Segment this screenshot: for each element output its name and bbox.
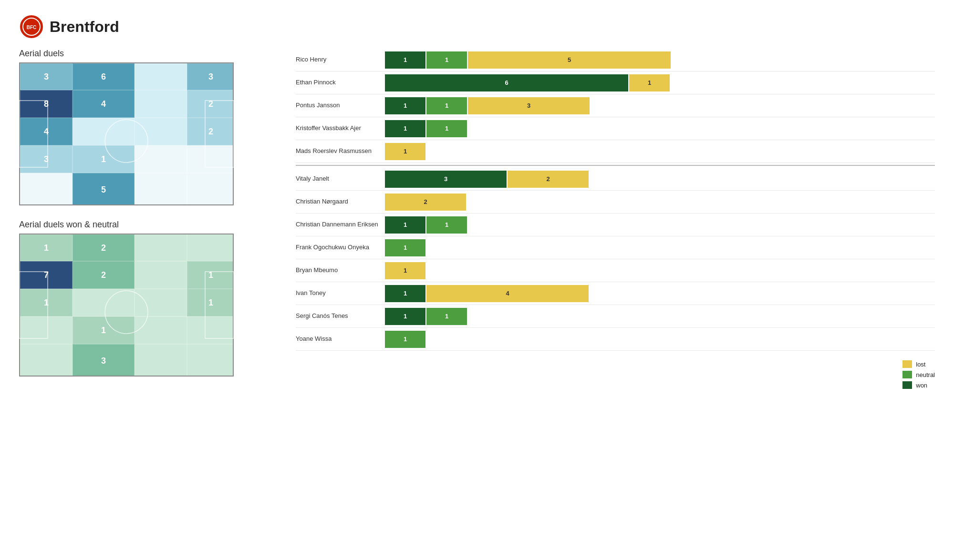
pitch1-cell: 4	[20, 118, 73, 145]
bar-container: 1	[385, 143, 425, 160]
player-row: Christian Dannemann Eriksen11	[296, 214, 935, 236]
player-name: Yoane Wissa	[296, 335, 379, 343]
bar-won-segment: 1	[385, 285, 425, 302]
chart-divider	[296, 165, 935, 166]
legend: lost neutral won	[902, 351, 935, 389]
legend-lost-icon	[902, 360, 912, 368]
aerial-won-section: Aerial duels won & neutral 127211113	[19, 220, 277, 377]
player-name: Christian Nørgaard	[296, 198, 379, 206]
pitch2-cell	[73, 289, 135, 316]
player-row: Christian Nørgaard2	[296, 191, 935, 214]
pitch1-cell	[135, 173, 187, 205]
pitch2-cell: 2	[73, 234, 135, 261]
pitch2-cell: 1	[73, 316, 135, 344]
pitch2-cell: 3	[73, 344, 135, 377]
bar-container: 14	[385, 285, 589, 302]
player-name: Mads Roerslev Rasmussen	[296, 147, 379, 155]
bar-neutral-segment: 1	[426, 120, 467, 137]
legend-won-label: won	[916, 382, 927, 389]
pitch1-grid: 36384242315	[19, 62, 234, 205]
player-row: Mads Roerslev Rasmussen1	[296, 140, 935, 163]
legend-lost-label: lost	[916, 361, 925, 368]
pitch2-cell: 1	[20, 289, 73, 316]
club-logo-icon: BFC	[19, 14, 44, 39]
pitch2-cell	[187, 316, 234, 344]
legend-won: won	[902, 381, 935, 389]
pitch1-cell: 6	[73, 63, 135, 90]
bar-won-segment: 1	[385, 120, 425, 137]
main-content: Aerial duels 36384242315	[19, 49, 935, 389]
bar-lost-segment: 1	[629, 74, 670, 92]
player-row: Yoane Wissa1	[296, 328, 935, 351]
pitch2-cell	[135, 234, 187, 261]
bar-container: 32	[385, 171, 589, 188]
pitch2-cell	[187, 344, 234, 377]
bar-lost-segment: 1	[385, 262, 425, 279]
bar-container: 61	[385, 74, 670, 92]
bar-container: 2	[385, 193, 466, 211]
pitch2-cell	[135, 289, 187, 316]
pitch1-cell	[135, 90, 187, 118]
player-row: Frank Ogochukwu Onyeka1	[296, 236, 935, 259]
pitch1-cell: 1	[73, 145, 135, 173]
bar-neutral-segment: 1	[385, 239, 425, 256]
player-name: Pontus Jansson	[296, 102, 379, 110]
club-name: Brentford	[50, 18, 119, 36]
player-name: Sergi Canós Tenes	[296, 312, 379, 320]
player-row: Sergi Canós Tenes11	[296, 305, 935, 328]
bar-lost-segment: 2	[508, 171, 589, 188]
bar-neutral-segment: 1	[426, 308, 467, 325]
svg-text:BFC: BFC	[27, 25, 37, 30]
bar-neutral-segment: 1	[426, 216, 467, 234]
bar-lost-segment: 4	[426, 285, 589, 302]
pitch2-cell	[135, 261, 187, 289]
pitch1-cell: 2	[187, 118, 234, 145]
aerial-duels-section: Aerial duels 36384242315	[19, 49, 277, 205]
player-row: Ethan Pinnock61	[296, 71, 935, 94]
legend-neutral-icon	[902, 371, 912, 378]
pitch1-cell	[135, 63, 187, 90]
bar-neutral-segment: 1	[426, 51, 467, 69]
pitch2-cell: 1	[20, 234, 73, 261]
pitch1-cell	[187, 173, 234, 205]
aerial-duels-title: Aerial duels	[19, 49, 277, 59]
player-name: Ivan Toney	[296, 289, 379, 297]
pitch2-cell: 7	[20, 261, 73, 289]
pitch1-cell	[135, 118, 187, 145]
bar-container: 113	[385, 97, 590, 114]
player-row: Vitaly Janelt32	[296, 168, 935, 191]
pitch1-cell: 4	[73, 90, 135, 118]
pitch2-cell	[187, 234, 234, 261]
pitch1-cell: 3	[20, 63, 73, 90]
pitch2-wrapper: 127211113	[19, 234, 234, 377]
bar-won-segment: 1	[385, 216, 425, 234]
bar-container: 1	[385, 331, 425, 348]
player-name: Frank Ogochukwu Onyeka	[296, 244, 379, 252]
pitch1-cell: 3	[187, 63, 234, 90]
pitch1-cell: 5	[73, 173, 135, 205]
header: BFC Brentford	[19, 14, 935, 39]
pitch1-cell: 2	[187, 90, 234, 118]
pitch2-cell: 1	[187, 289, 234, 316]
legend-lost: lost	[902, 360, 935, 368]
player-row: Rico Henry115	[296, 49, 935, 71]
bar-lost-segment: 1	[385, 143, 425, 160]
bar-container: 11	[385, 308, 467, 325]
bar-lost-segment: 2	[385, 193, 466, 211]
bar-lost-segment: 5	[468, 51, 671, 69]
bar-container: 11	[385, 216, 467, 234]
player-name: Vitaly Janelt	[296, 175, 379, 183]
legend-won-icon	[902, 381, 912, 389]
players-chart: Rico Henry115Ethan Pinnock61Pontus Janss…	[296, 49, 935, 351]
pitch2-cell	[20, 316, 73, 344]
pitch2-cell	[20, 344, 73, 377]
player-name: Christian Dannemann Eriksen	[296, 221, 379, 229]
pitch1-cell: 8	[20, 90, 73, 118]
bar-won-segment: 1	[385, 308, 425, 325]
bar-won-segment: 6	[385, 74, 628, 92]
player-row: Pontus Jansson113	[296, 94, 935, 117]
bar-neutral-segment: 1	[426, 97, 467, 114]
bar-container: 1	[385, 239, 425, 256]
legend-neutral-label: neutral	[916, 371, 935, 378]
pitch1-cell	[73, 118, 135, 145]
